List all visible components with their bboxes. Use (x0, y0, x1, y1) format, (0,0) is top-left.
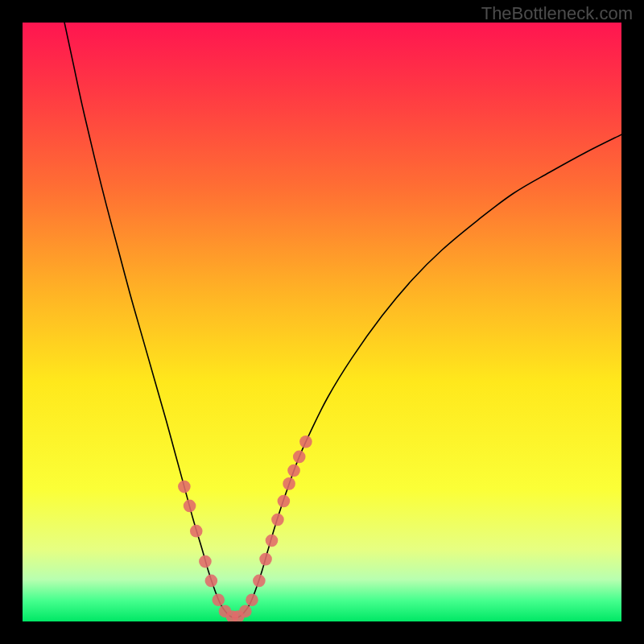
marker-dot (278, 495, 291, 508)
marker-dot (178, 481, 191, 493)
marker-dot (287, 464, 300, 477)
marker-dot (283, 477, 295, 490)
marker-dot (293, 451, 306, 464)
marker-dot (253, 575, 266, 588)
marker-dot (190, 525, 203, 538)
marker-dot (199, 555, 212, 568)
marker-dot (299, 436, 312, 448)
chart-svg (23, 23, 621, 621)
marker-dot (184, 500, 196, 513)
plot-area (23, 23, 621, 621)
marker-dot (266, 535, 279, 547)
marker-dot (271, 514, 284, 526)
gradient-background (23, 23, 621, 621)
marker-dot (259, 553, 272, 566)
chart-frame: TheBottleneck.com (0, 0, 644, 644)
marker-dot (246, 593, 258, 606)
marker-dot (212, 593, 225, 606)
marker-dot (205, 575, 218, 588)
watermark-text: TheBottleneck.com (481, 3, 633, 24)
marker-dot (239, 605, 252, 618)
